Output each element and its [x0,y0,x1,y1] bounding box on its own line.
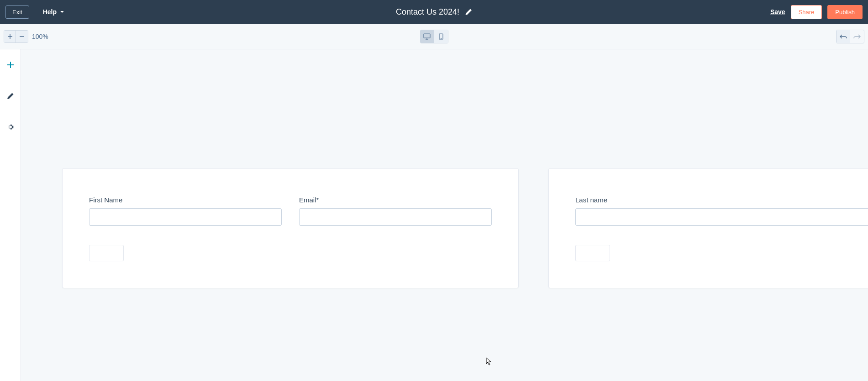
zoom-button-group [4,30,28,43]
header-right-group: Save Share Publish [770,5,863,19]
plus-icon [6,61,15,69]
top-header: Exit Help Contact Us 2024! Save Share Pu… [0,0,868,24]
device-toggle-group [420,30,448,43]
last-name-input[interactable] [575,208,868,226]
undo-button[interactable] [836,30,850,43]
email-label: Email* [299,196,492,204]
toolbar: 100% [0,24,868,49]
desktop-icon [423,33,431,40]
svg-rect-3 [424,34,430,38]
undo-icon [840,34,847,39]
history-controls [836,30,864,43]
zoom-controls: 100% [4,30,48,43]
zoom-out-button[interactable] [16,31,28,42]
desktop-view-button[interactable] [421,30,434,43]
share-button[interactable]: Share [791,5,822,19]
chevron-down-icon [59,9,65,15]
redo-icon [853,34,861,39]
field-row: Last name [575,196,868,226]
exit-button[interactable]: Exit [5,5,29,19]
main-container: First Name Email* Last name [0,49,868,381]
gear-icon [7,123,14,131]
pencil-icon [7,92,14,100]
edit-title-icon[interactable] [465,8,472,16]
zoom-level-label: 100% [32,33,48,40]
help-menu-button[interactable]: Help [43,8,65,16]
help-label: Help [43,8,57,16]
minus-icon [19,34,25,39]
page-title: Contact Us 2024! [396,7,459,17]
edit-tool-button[interactable] [4,90,17,102]
submit-button-placeholder-2[interactable] [575,245,610,261]
email-input[interactable] [299,208,492,226]
save-link[interactable]: Save [770,8,785,16]
first-name-input[interactable] [89,208,282,226]
canvas[interactable]: First Name Email* Last name [21,49,868,381]
first-name-label: First Name [89,196,282,204]
field-group-firstname: First Name [89,196,282,226]
zoom-in-button[interactable] [4,31,16,42]
publish-button[interactable]: Publish [827,5,863,19]
header-left-group: Exit Help [5,5,65,19]
add-block-button[interactable] [4,58,17,71]
header-center-group: Contact Us 2024! [396,7,472,17]
submit-button-placeholder-1[interactable] [89,245,124,261]
redo-button[interactable] [850,30,864,43]
mouse-cursor-icon [486,357,492,365]
form-card-1[interactable]: First Name Email* [62,168,519,288]
left-sidebar [0,49,21,381]
form-row: First Name Email* Last name [62,168,827,288]
form-card-2[interactable]: Last name [548,168,868,288]
field-group-lastname: Last name [575,196,868,226]
field-group-email: Email* [299,196,492,226]
settings-button[interactable] [4,121,17,133]
plus-icon [7,34,13,39]
field-row: First Name Email* [89,196,492,226]
mobile-icon [439,33,443,40]
mobile-view-button[interactable] [434,30,448,43]
svg-point-7 [441,38,441,38]
last-name-label: Last name [575,196,868,204]
